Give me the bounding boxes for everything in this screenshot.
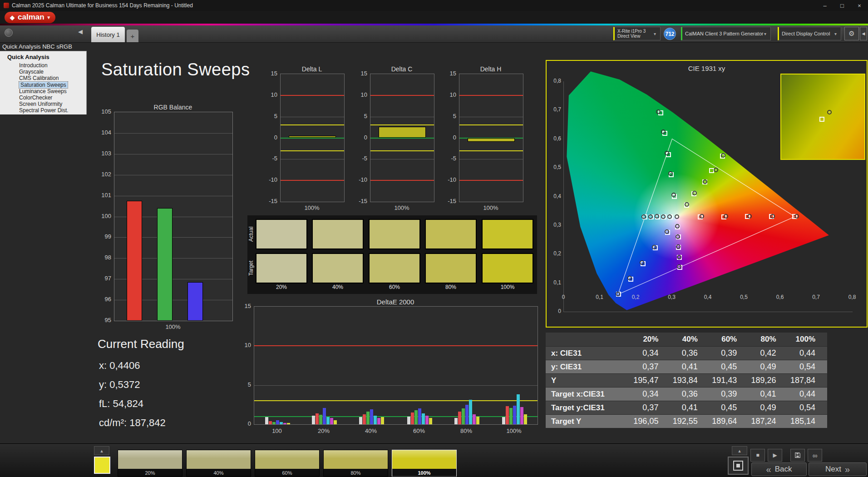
sidebar-item-luminance-sweeps[interactable]: Luminance Sweeps xyxy=(19,88,67,94)
deltae-bar xyxy=(418,408,421,424)
table-cell: 0,37 xyxy=(631,403,670,412)
pattern-generator-dropdown[interactable]: CalMAN Client 3 Pattern Generator ▾ xyxy=(681,27,771,40)
y-axis-label: 98 xyxy=(93,254,111,261)
deltae-bar xyxy=(334,420,337,424)
current-pattern-swatch[interactable] xyxy=(94,457,110,474)
pattern-swatch-40[interactable]: 40% xyxy=(186,450,251,477)
limit-line-yellow xyxy=(459,150,523,151)
table-cell: 185,14 xyxy=(788,417,827,426)
sidebar-item-grayscale[interactable]: Grayscale xyxy=(19,69,44,75)
pattern-window-button[interactable] xyxy=(728,457,749,475)
continuous-measure-button[interactable]: ∞ xyxy=(808,449,822,462)
pattern-swatch-color xyxy=(118,450,182,469)
pattern-window-icon xyxy=(733,461,743,471)
x-axis-label: 100% xyxy=(459,204,523,211)
minimize-button[interactable]: – xyxy=(816,0,833,11)
toolbar: History 1 + X-Rite i1Pro 3 Direct View ▾… xyxy=(0,25,868,43)
pattern-swatch-color xyxy=(255,450,319,469)
deltae-bar xyxy=(469,400,472,424)
calman-diamond-icon: ◆ xyxy=(10,14,15,21)
deltae-bar xyxy=(462,408,465,424)
sidebar-item-spectral-power-dist[interactable]: Spectral Power Dist. xyxy=(19,107,69,114)
sidebar-item-cms-calibration[interactable]: CMS Calibration xyxy=(19,75,59,81)
back-chevron-icon: « xyxy=(766,464,771,475)
workflow-header: Quick Analysis NBC sRGB xyxy=(2,43,72,50)
delta-chart-delta-h: Delta H151050-5-10-15100% xyxy=(440,65,523,215)
x-axis-label: 0,5 xyxy=(737,294,751,300)
limit-line-green xyxy=(254,416,538,417)
sidebar-item-screen-uniformity[interactable]: Screen Uniformity xyxy=(19,101,62,107)
pattern-swatch-60[interactable]: 60% xyxy=(255,450,320,477)
back-button[interactable]: « Back xyxy=(751,462,807,476)
x-axis-label: 100% xyxy=(114,323,232,330)
table-cell: 191,43 xyxy=(710,376,749,385)
current-reading-x: x: 0,4406 xyxy=(99,360,140,372)
swatch-target-60 xyxy=(369,253,420,283)
gridline xyxy=(114,154,232,154)
y-axis-label: 0 xyxy=(231,420,251,427)
pattern-swatch-label: 40% xyxy=(187,469,251,477)
sidebar-collapse-button[interactable]: ◀ xyxy=(78,28,83,35)
sidebar-item-saturation-sweeps[interactable]: Saturation Sweeps xyxy=(19,82,68,88)
display-control-dropdown[interactable]: Direct Display Control ▾ xyxy=(778,27,841,40)
workflow-root-node[interactable]: Quick Analysis xyxy=(7,54,49,60)
sidebar-item-label: Introduction xyxy=(19,62,48,69)
pattern-swatch-label: 60% xyxy=(255,469,319,477)
deltae-bar xyxy=(272,422,276,424)
table-row-target-y-cie31: Target y:CIE310,370,410,450,490,54 xyxy=(546,401,827,415)
cie-measured-circle xyxy=(668,171,673,176)
pattern-swatch-20[interactable]: 20% xyxy=(118,450,182,477)
next-button[interactable]: Next » xyxy=(809,462,867,476)
pattern-panel-toggle-button[interactable]: ▴ xyxy=(94,446,109,455)
x-axis-label: 60% xyxy=(405,427,433,434)
app-icon xyxy=(4,3,9,8)
limit-line-yellow xyxy=(281,124,344,125)
table-cell: 193,84 xyxy=(670,376,709,385)
pattern-swatch-100[interactable]: 100% xyxy=(392,450,457,477)
deltae-bar xyxy=(407,417,410,424)
y-axis-label: 103 xyxy=(93,150,111,157)
deltae-bar xyxy=(520,407,523,424)
tab-history-1[interactable]: History 1 xyxy=(91,27,125,42)
x-axis-label: 80% xyxy=(453,427,480,434)
deltae-bar xyxy=(506,406,509,424)
stop-button[interactable]: ■ xyxy=(750,449,765,462)
settings-gear-button[interactable]: ⚙ xyxy=(844,27,859,40)
y-axis-label: -10 xyxy=(351,176,367,183)
sidebar-item-introduction[interactable]: Introduction xyxy=(19,62,48,69)
sidebar-item-colorchecker[interactable]: ColorChecker xyxy=(19,94,52,101)
maximize-button[interactable]: □ xyxy=(833,0,851,11)
table-row-target-y: Target Y196,05192,55189,64187,24185,14 xyxy=(546,415,827,428)
gridline xyxy=(114,133,232,134)
cie-measured-circle xyxy=(747,214,752,219)
y-axis-label: 96 xyxy=(93,296,111,303)
meter-dropdown[interactable]: X-Rite i1Pro 3 Direct View ▾ xyxy=(613,27,661,40)
calman-logo[interactable]: ◆ calman ▾ xyxy=(5,12,55,23)
chart-plot xyxy=(370,74,434,202)
logo-menu-chevron-icon: ▾ xyxy=(48,15,50,20)
delta-chart-delta-l: Delta L151050-5-10-15100% xyxy=(261,65,344,215)
panel-collapse-button[interactable]: ◀ xyxy=(860,27,867,40)
pattern-swatch-80[interactable]: 80% xyxy=(323,450,388,477)
play-button[interactable]: ▶ xyxy=(768,449,782,462)
next-chevron-icon: » xyxy=(845,464,850,475)
y-axis-label: 0,7 xyxy=(547,106,561,113)
meter-reading-badge: 712 xyxy=(664,28,676,40)
swatch-row-label-target: Target xyxy=(248,253,255,283)
save-button[interactable] xyxy=(790,449,805,462)
swatch-actual-40 xyxy=(312,219,364,249)
cie-measured-circle xyxy=(667,214,672,219)
swatch-target-80 xyxy=(425,253,477,283)
rgb-balance-chart: RGB Balance 100% 10510410310210110099989… xyxy=(93,104,243,331)
app-menu-button[interactable] xyxy=(5,29,13,37)
close-button[interactable]: × xyxy=(851,0,868,11)
table-row-label: y: CIE31 xyxy=(546,363,631,372)
add-tab-button[interactable]: + xyxy=(127,30,138,42)
cie-measured-circle xyxy=(665,229,669,234)
current-reading-cdm2: cd/m²: 187,842 xyxy=(99,417,166,429)
y-axis-label: -10 xyxy=(261,176,277,183)
controls-panel-toggle-button[interactable]: ▴ xyxy=(732,446,747,455)
table-cell: 189,64 xyxy=(710,417,749,426)
table-cell: 189,26 xyxy=(749,376,788,385)
cie-measured-circle xyxy=(648,214,653,219)
